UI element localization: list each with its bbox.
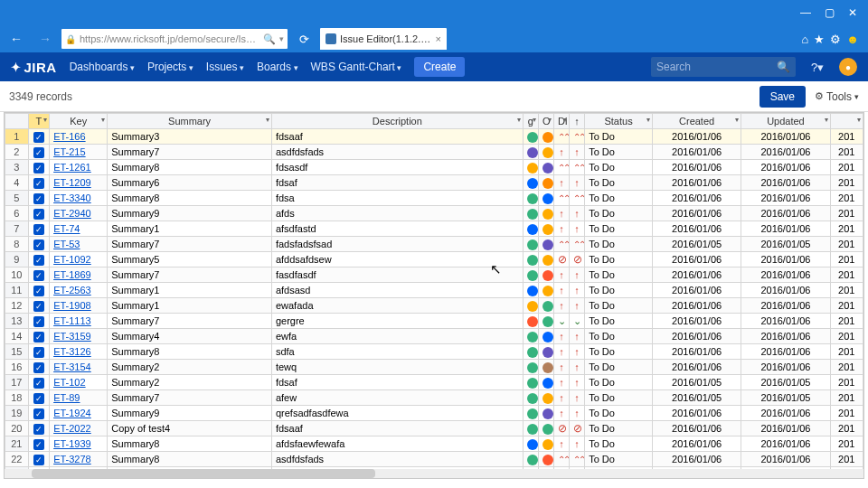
cell-type[interactable] [28, 206, 50, 221]
cell-status[interactable]: To Do [585, 252, 653, 267]
cell-type[interactable] [28, 175, 50, 191]
issue-link[interactable]: ET-1092 [53, 254, 91, 265]
row-index[interactable]: 15 [5, 344, 29, 360]
cell-updated[interactable]: 2016/01/05 [741, 237, 830, 252]
cell-avatar1[interactable] [523, 344, 538, 360]
cell-di[interactable]: ⌃⌃ [553, 191, 569, 206]
nav-projects[interactable]: Projects [147, 61, 193, 73]
cell-updated[interactable]: 2016/01/06 [741, 191, 830, 206]
cell-priority[interactable]: ↑ [570, 436, 585, 452]
cell-key[interactable]: ET-215 [50, 145, 108, 160]
cell-priority[interactable]: ↑ [570, 406, 585, 421]
col-extra[interactable]: ▾ [830, 114, 863, 129]
cell-avatar1[interactable] [523, 206, 538, 221]
table-row[interactable]: 12ET-1908Summary1ewafada↑↑To Do2016/01/0… [5, 298, 863, 314]
cell-status[interactable]: To Do [585, 221, 653, 237]
table-row[interactable]: 15ET-3126Summary8sdfa↑↑To Do2016/01/0620… [5, 344, 863, 360]
table-row[interactable]: 3ET-1261Summary8fdsasdf⌃⌃⌃⌃To Do2016/01/… [5, 160, 863, 175]
row-index[interactable]: 14 [5, 329, 29, 344]
cell-summary[interactable]: Summary7 [108, 267, 272, 283]
cell-di[interactable]: ↑ [553, 329, 569, 344]
cell-key[interactable]: ET-89 [50, 390, 108, 406]
cell-type[interactable] [28, 298, 50, 314]
row-index[interactable]: 21 [5, 436, 29, 452]
cell-status[interactable]: To Do [585, 160, 653, 175]
cell-avatar2[interactable] [538, 314, 553, 329]
cell-summary[interactable]: Summary2 [108, 360, 272, 375]
cell-avatar2[interactable] [538, 436, 553, 452]
cell-created[interactable]: 2016/01/06 [652, 314, 741, 329]
cell-updated[interactable]: 2016/01/06 [741, 436, 830, 452]
cell-type[interactable] [28, 267, 50, 283]
cell-description[interactable]: fdsaf [271, 375, 523, 390]
cell-di[interactable]: ⌃⌃ [553, 237, 569, 252]
cell-avatar1[interactable] [523, 452, 538, 467]
cell-avatar2[interactable] [538, 390, 553, 406]
tab-close-icon[interactable]: × [436, 33, 441, 44]
cell-description[interactable]: afdsasd [271, 283, 523, 298]
issue-link[interactable]: ET-102 [53, 377, 85, 388]
cell-summary[interactable]: Summary8 [108, 344, 272, 360]
tools-button[interactable]: Tools [815, 90, 859, 103]
cell-summary[interactable]: Summary7 [108, 390, 272, 406]
cell-type[interactable] [28, 344, 50, 360]
col-o[interactable]: O▾ [538, 114, 553, 129]
cell-di[interactable]: ↑ [553, 298, 569, 314]
row-index[interactable]: 13 [5, 314, 29, 329]
row-index[interactable]: 10 [5, 267, 29, 283]
cell-summary[interactable]: Summary6 [108, 175, 272, 191]
row-index[interactable]: 3 [5, 160, 29, 175]
filter-icon[interactable]: ▾ [43, 116, 47, 124]
cell-priority[interactable]: ⌃⌃ [570, 129, 585, 145]
table-row[interactable]: 9ET-1092Summary5afddsafdsew⊘⊘To Do2016/0… [5, 252, 863, 267]
cell-extra[interactable]: 201 [830, 452, 863, 467]
cell-avatar2[interactable] [538, 252, 553, 267]
emoji-icon[interactable]: ☻ [846, 33, 859, 46]
cell-extra[interactable]: 201 [830, 206, 863, 221]
cell-summary[interactable]: Summary4 [108, 329, 272, 344]
cell-priority[interactable]: ⌃⌃ [570, 191, 585, 206]
cell-description[interactable]: fdsaaf [271, 129, 523, 145]
cell-key[interactable]: ET-1924 [50, 406, 108, 421]
cell-type[interactable] [28, 375, 50, 390]
issue-link[interactable]: ET-1939 [53, 438, 91, 449]
cell-type[interactable] [28, 406, 50, 421]
cell-summary[interactable]: Summary7 [108, 145, 272, 160]
cell-priority[interactable]: ⌄ [570, 314, 585, 329]
cell-extra[interactable]: 201 [830, 360, 863, 375]
table-row[interactable]: 5ET-3340Summary8fdsa⌃⌃⌃⌃To Do2016/01/062… [5, 191, 863, 206]
cell-priority[interactable]: ↑ [570, 375, 585, 390]
cell-updated[interactable]: 2016/01/06 [741, 206, 830, 221]
cell-di[interactable]: ⌃⌃ [553, 452, 569, 467]
cell-summary[interactable]: Summary8 [108, 191, 272, 206]
cell-avatar1[interactable] [523, 360, 538, 375]
cell-key[interactable]: ET-74 [50, 221, 108, 237]
cell-avatar1[interactable] [523, 252, 538, 267]
cell-status[interactable]: To Do [585, 267, 653, 283]
cell-avatar1[interactable] [523, 314, 538, 329]
cell-status[interactable]: To Do [585, 191, 653, 206]
row-index[interactable]: 11 [5, 283, 29, 298]
cell-priority[interactable]: ↑ [570, 206, 585, 221]
cell-updated[interactable]: 2016/01/06 [741, 406, 830, 421]
jira-logo[interactable]: JIRA [11, 60, 57, 75]
cell-avatar1[interactable] [523, 129, 538, 145]
cell-summary[interactable]: Summary8 [108, 160, 272, 175]
cell-key[interactable]: ET-166 [50, 129, 108, 145]
minimize-icon[interactable]: — [794, 4, 817, 22]
row-index[interactable]: 20 [5, 421, 29, 436]
cell-avatar1[interactable] [523, 267, 538, 283]
cell-avatar2[interactable] [538, 206, 553, 221]
issue-link[interactable]: ET-3340 [53, 192, 91, 203]
cell-priority[interactable]: ↑ [570, 298, 585, 314]
cell-created[interactable]: 2016/01/06 [652, 452, 741, 467]
home-icon[interactable]: ⌂ [801, 33, 808, 46]
cell-priority[interactable]: ↑ [570, 360, 585, 375]
cell-type[interactable] [28, 221, 50, 237]
issue-link[interactable]: ET-215 [53, 146, 85, 157]
cell-status[interactable]: To Do [585, 206, 653, 221]
issue-link[interactable]: ET-166 [53, 131, 85, 142]
row-index[interactable]: 1 [5, 129, 29, 145]
cell-status[interactable]: To Do [585, 298, 653, 314]
cell-updated[interactable]: 2016/01/06 [741, 145, 830, 160]
